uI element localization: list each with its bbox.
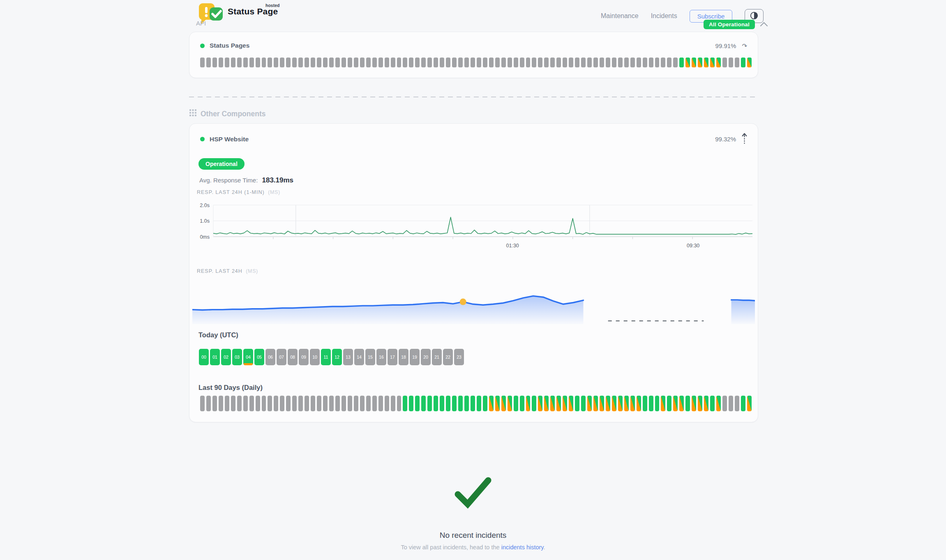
hour-block-01[interactable]: 01 [210,349,220,365]
uptime-bar-nodata[interactable] [477,58,481,67]
uptime-bar-nodata[interactable] [286,396,291,411]
uptime-bar-nodata[interactable] [280,396,284,411]
uptime-bar-degraded[interactable] [747,396,752,411]
uptime-bar-nodata[interactable] [311,396,315,411]
uptime-bar-nodata[interactable] [464,58,469,67]
uptime-bar-nodata[interactable] [649,58,653,67]
hour-block-07[interactable]: 07 [277,349,286,365]
uptime-bar-degraded[interactable] [747,58,752,67]
uptime-bar-nodata[interactable] [348,58,352,67]
uptime-bar-nodata[interactable] [569,58,573,67]
uptime-bar-nodata[interactable] [274,396,278,411]
uptime-bar-nodata[interactable] [378,58,383,67]
uptime-bar-degraded[interactable] [661,396,665,411]
uptime-bar-nodata[interactable] [520,58,524,67]
uptime-bar-nodata[interactable] [495,58,500,67]
uptime-bar-nodata[interactable] [593,58,598,67]
uptime-bar-nodata[interactable] [305,58,309,67]
uptime-bar-nodata[interactable] [286,58,291,67]
refresh-icon[interactable]: ↷ [742,43,747,49]
uptime-bar-nodata[interactable] [385,58,389,67]
uptime-bar-nodata[interactable] [206,396,211,411]
uptime-bar-nodata[interactable] [722,396,727,411]
uptime-bar-up[interactable] [575,396,579,411]
uptime-bar-nodata[interactable] [372,58,377,67]
uptime-bar-nodata[interactable] [262,58,266,67]
uptime-bar-nodata[interactable] [729,396,733,411]
uptime-bar-nodata[interactable] [256,396,260,411]
uptime-bar-nodata[interactable] [219,58,223,67]
uptime-bar-nodata[interactable] [237,58,242,67]
uptime-bar-nodata[interactable] [637,58,641,67]
arrow-up-dotted-icon[interactable] [742,133,747,145]
uptime-bar-nodata[interactable] [544,58,549,67]
hour-block-19[interactable]: 19 [410,349,420,365]
uptime-bar-nodata[interactable] [606,58,610,67]
uptime-bar-nodata[interactable] [735,396,739,411]
uptime-bar-nodata[interactable] [391,396,395,411]
uptime-bar-degraded[interactable] [698,58,702,67]
uptime-bar-nodata[interactable] [225,396,229,411]
uptime-bar-up[interactable] [464,396,469,411]
uptime-bar-nodata[interactable] [329,58,334,67]
uptime-bar-nodata[interactable] [397,58,401,67]
hour-block-02[interactable]: 02 [221,349,231,365]
uptime-bar-nodata[interactable] [256,58,260,67]
hour-block-10[interactable]: 10 [310,349,320,365]
hour-block-06[interactable]: 06 [265,349,275,365]
hour-block-23[interactable]: 23 [454,349,464,365]
hour-block-12[interactable]: 12 [332,349,342,365]
uptime-bar-degraded[interactable] [495,396,500,411]
uptime-bar-degraded[interactable] [673,396,678,411]
uptime-bar-nodata[interactable] [317,396,321,411]
uptime-bar-degraded[interactable] [698,396,702,411]
uptime-bar-up[interactable] [421,396,426,411]
uptime-bar-nodata[interactable] [298,396,303,411]
nav-maintenance[interactable]: Maintenance [601,12,639,20]
uptime-bar-up[interactable] [520,396,524,411]
uptime-bar-nodata[interactable] [225,58,229,67]
uptime-bar-nodata[interactable] [624,58,629,67]
uptime-bar-up[interactable] [649,396,653,411]
uptime-bar-degraded[interactable] [685,58,690,67]
uptime-bar-nodata[interactable] [280,58,284,67]
uptime-bar-up[interactable] [741,58,745,67]
uptime-bar-degraded[interactable] [624,396,629,411]
uptime-bar-nodata[interactable] [231,58,235,67]
hour-block-14[interactable]: 14 [354,349,364,365]
uptime-bar-nodata[interactable] [421,58,426,67]
hour-block-03[interactable]: 03 [232,349,242,365]
uptime-bar-up[interactable] [434,396,438,411]
uptime-bar-nodata[interactable] [587,58,592,67]
hour-block-09[interactable]: 09 [299,349,309,365]
uptime-bar-degraded[interactable] [716,58,721,67]
uptime-bar-degraded[interactable] [692,396,696,411]
status-badge[interactable]: All Operational [704,20,755,29]
uptime-bar-up[interactable] [667,396,671,411]
uptime-bar-nodata[interactable] [729,58,733,67]
uptime-bar-nodata[interactable] [249,58,254,67]
uptime-bar-nodata[interactable] [489,58,494,67]
uptime-bar-nodata[interactable] [501,58,506,67]
uptime-bar-up[interactable] [452,396,457,411]
uptime-bar-nodata[interactable] [311,58,315,67]
hour-block-20[interactable]: 20 [421,349,431,365]
uptime-bar-nodata[interactable] [471,58,475,67]
uptime-bar-up[interactable] [655,396,660,411]
uptime-bar-up[interactable] [477,396,481,411]
uptime-bar-nodata[interactable] [526,58,531,67]
uptime-bar-degraded[interactable] [679,396,684,411]
uptime-bar-degraded[interactable] [556,396,561,411]
uptime-bar-nodata[interactable] [458,58,463,67]
uptime-bar-nodata[interactable] [446,58,450,67]
uptime-bar-degraded[interactable] [618,396,623,411]
uptime-bar-degraded[interactable] [704,58,708,67]
hour-block-17[interactable]: 17 [388,349,397,365]
uptime-bar-nodata[interactable] [243,396,248,411]
uptime-bar-nodata[interactable] [329,396,334,411]
uptime-bar-nodata[interactable] [643,58,647,67]
uptime-bar-nodata[interactable] [323,58,328,67]
uptime-bar-degraded[interactable] [538,396,542,411]
uptime-bar-nodata[interactable] [212,58,217,67]
uptime-bar-up[interactable] [440,396,444,411]
